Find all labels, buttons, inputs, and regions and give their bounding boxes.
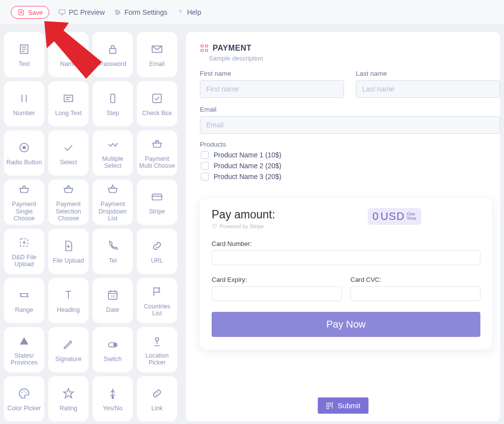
svg-point-20: [113, 343, 117, 347]
color-icon: [16, 386, 32, 401]
palette-item-label: Step: [106, 110, 119, 117]
longtext-icon: [60, 91, 77, 106]
palette-item-fileupload[interactable]: File Upload: [48, 229, 89, 274]
palette-item-name[interactable]: Name: [48, 32, 89, 77]
palette-item-email[interactable]: Email: [137, 32, 177, 77]
range-icon: [16, 288, 32, 303]
palette-item-heading[interactable]: Heading: [48, 278, 89, 323]
svg-point-14: [67, 185, 69, 187]
palette-item-yesno[interactable]: Yes/No: [93, 376, 133, 422]
palette-item-basketmulti[interactable]: Payment Multi Choose: [137, 130, 177, 176]
palette-item-switch[interactable]: Switch: [93, 327, 133, 372]
svg-rect-9: [64, 95, 72, 101]
radio-icon: [16, 140, 32, 155]
product-line: Product Name 3 (20$): [200, 173, 500, 181]
card-cvc-input[interactable]: [350, 286, 480, 301]
palette-item-tel[interactable]: Tel: [93, 229, 133, 274]
first-name-field: First name: [200, 70, 344, 98]
product-checkbox[interactable]: [201, 162, 209, 170]
palette-item-multiselect[interactable]: Multiple Select: [93, 130, 133, 176]
help-button[interactable]: Help: [176, 8, 201, 16]
card-cvc-label: Card CVC:: [350, 276, 480, 283]
palette-item-step[interactable]: Step: [93, 81, 133, 126]
pc-preview-button[interactable]: PC Preview: [58, 8, 105, 16]
palette-item-basketsel[interactable]: Payment Selection Choose: [48, 180, 89, 225]
product-checkbox[interactable]: [201, 151, 209, 159]
palette-item-star[interactable]: Rating: [48, 376, 89, 422]
email-input[interactable]: [200, 116, 500, 134]
element-palette: TextNamePasswordEmailNumberLong TextStep…: [4, 32, 177, 422]
palette-item-label: Location Picker: [139, 352, 175, 366]
svg-rect-26: [201, 45, 203, 47]
palette-item-flag[interactable]: Countries List: [137, 278, 177, 323]
date-icon: 19: [104, 288, 121, 303]
submit-button[interactable]: Submit: [318, 397, 369, 414]
palette-item-label: D&D File Upload: [6, 254, 42, 268]
palette-item-select[interactable]: Select: [48, 130, 89, 176]
card-number-label: Card Number:: [212, 240, 480, 247]
palette-item-card[interactable]: Stripe: [137, 180, 177, 225]
palette-item-location[interactable]: Location Picker: [137, 327, 177, 372]
save-button[interactable]: Save: [11, 6, 49, 19]
card-number-input[interactable]: [212, 250, 480, 265]
palette-item-radio[interactable]: Radio Button: [4, 130, 44, 176]
last-name-input[interactable]: [356, 80, 500, 98]
palette-item-label: File Upload: [53, 257, 84, 264]
products-list: Product Name 1 (10$)Product Name 2 (20$)…: [200, 151, 500, 181]
basketadd-icon: [104, 182, 121, 197]
palette-item-label: Payment Selection Choose: [50, 201, 87, 222]
palette-item-longtext[interactable]: Long Text: [48, 81, 89, 126]
palette-item-password[interactable]: Password: [93, 32, 133, 77]
svg-rect-27: [205, 45, 208, 47]
card-expiry-input[interactable]: [212, 286, 342, 301]
palette-item-label: Select: [60, 159, 77, 166]
palette-item-link[interactable]: Link: [137, 376, 177, 422]
checkbox-icon: [149, 91, 165, 106]
palette-item-label: URL: [151, 257, 163, 264]
palette-item-dndupload[interactable]: D&D File Upload: [4, 229, 44, 274]
palette-item-color[interactable]: Color Picker: [4, 376, 44, 422]
product-label: Product Name 3 (20$): [214, 173, 282, 181]
product-checkbox[interactable]: [201, 173, 209, 181]
form-settings-button[interactable]: Form Settings: [114, 8, 167, 16]
svg-rect-29: [205, 49, 208, 52]
palette-item-label: Number: [13, 110, 35, 117]
palette-item-label: Radio Button: [6, 159, 42, 166]
svg-point-13: [23, 146, 26, 150]
palette-item-label: Payment Multi Choose: [139, 155, 175, 170]
section-icon: [200, 44, 209, 53]
product-line: Product Name 1 (10$): [200, 151, 500, 159]
pay-now-button[interactable]: Pay Now: [212, 312, 480, 337]
palette-item-number[interactable]: Number: [4, 81, 44, 126]
palette-item-label: Switch: [104, 356, 122, 363]
palette-item-label: Payment Dropdown List: [94, 201, 131, 222]
card-expiry-label: Card Expiry:: [212, 276, 342, 283]
first-name-input[interactable]: [200, 80, 344, 98]
yesno-icon: [104, 386, 121, 401]
last-name-field: Last name: [356, 70, 500, 98]
palette-item-label: Link: [152, 405, 163, 412]
form-canvas: PAYMENT Sample description First name La…: [186, 32, 500, 422]
palette-item-label: Heading: [57, 306, 80, 313]
palette-item-basketsingle[interactable]: Payment Single Choose: [4, 180, 44, 225]
product-line: Product Name 2 (20$): [200, 162, 500, 170]
palette-item-url[interactable]: URL: [137, 229, 177, 274]
amount-pill: 0 USD One Time: [368, 208, 421, 225]
palette-item-date[interactable]: 19Date: [93, 278, 133, 323]
palette-item-range[interactable]: Range: [4, 278, 44, 323]
section-title: PAYMENT: [200, 44, 500, 53]
svg-rect-0: [59, 10, 65, 14]
palette-item-triangle[interactable]: States/Provinces: [4, 327, 44, 372]
svg-point-21: [156, 337, 159, 341]
palette-item-text[interactable]: Text: [4, 32, 44, 77]
svg-rect-7: [110, 49, 116, 54]
palette-item-basketadd[interactable]: Payment Dropdown List: [93, 180, 133, 225]
palette-item-checkbox[interactable]: Check Box: [137, 81, 177, 126]
palette-item-pen[interactable]: Signature: [48, 327, 89, 372]
powered-by: Powered by Stripe: [212, 223, 275, 229]
pay-amount-label: Pay amount:: [212, 208, 275, 221]
palette-item-label: States/Provinces: [11, 352, 38, 366]
help-icon: [176, 8, 184, 16]
section-description: Sample description: [200, 55, 500, 62]
svg-rect-28: [201, 49, 203, 52]
